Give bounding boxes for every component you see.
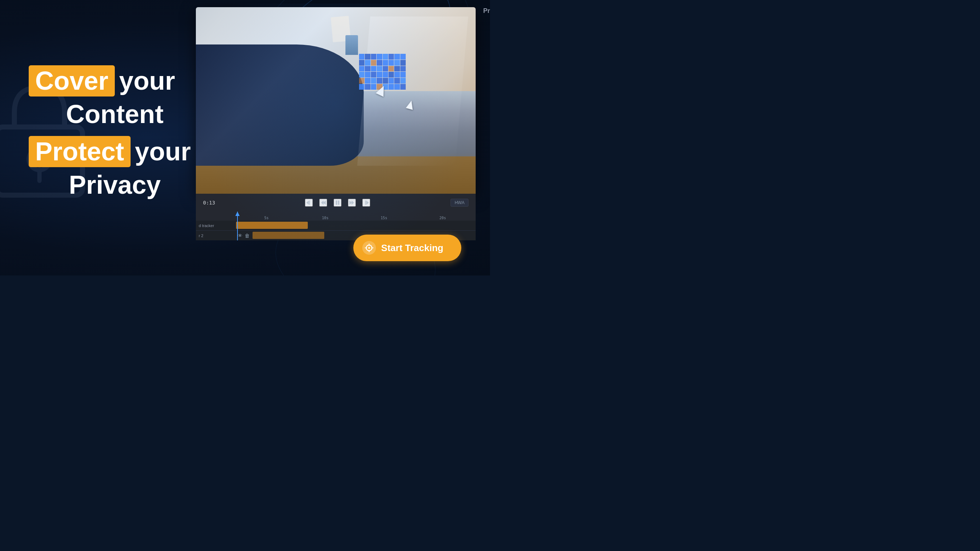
pixel-cell (383, 66, 388, 72)
pixel-cell (388, 84, 394, 90)
pixel-cell (388, 54, 394, 59)
ruler-marks: 5s 10s 15s 20s (237, 212, 472, 221)
time-display: 0:13 (203, 200, 224, 205)
plain-your-2: your (135, 137, 191, 166)
pixel-cell (400, 72, 406, 78)
screen-glare (357, 16, 468, 166)
pixel-cell (383, 72, 388, 78)
pixelated-censor (359, 54, 406, 90)
pixel-cell (365, 60, 370, 66)
pixel-cell (394, 78, 399, 84)
svg-marker-6 (323, 201, 326, 205)
pixel-cell (394, 84, 399, 90)
pixel-cell (388, 78, 394, 84)
svg-marker-9 (349, 201, 352, 205)
pixel-cell (394, 54, 399, 59)
pause-button[interactable] (334, 199, 342, 207)
highlight-protect: Protect (29, 136, 130, 167)
pixel-cell (371, 84, 376, 90)
pixel-cell (371, 60, 376, 66)
headline-block: Cover your Content Protect your Privacy (29, 65, 201, 199)
pixel-cell (377, 54, 382, 59)
highlight-cover: Cover (29, 65, 115, 97)
pixel-cell (359, 72, 364, 78)
pixel-cell (359, 54, 364, 59)
trash-icon[interactable]: 🗑 (245, 233, 250, 239)
track-label-2: r 2 (196, 234, 235, 238)
crosshair-icon (364, 243, 374, 253)
forward-button[interactable] (348, 199, 356, 207)
svg-marker-5 (321, 201, 323, 205)
editor-controls-bar: 0:13 HWA (196, 194, 476, 212)
headline-line-3: Protect your (29, 136, 201, 167)
pixel-cell (377, 78, 382, 84)
pixel-cell (371, 54, 376, 59)
left-panel: Cover your Content Protect your Privacy (0, 0, 223, 276)
track-row-1[interactable]: d tracker (196, 221, 476, 231)
pixel-cell (371, 66, 376, 72)
pixel-cell (359, 60, 364, 66)
tracking-icon (362, 241, 376, 255)
pixel-grid (359, 54, 406, 90)
ruler-label-20s: 20s (439, 216, 446, 220)
pixel-cell (400, 84, 406, 90)
pencil-cup-prop (345, 35, 358, 55)
pixel-cell (400, 54, 406, 59)
svg-rect-12 (365, 201, 366, 205)
ruler-tick-20s: 20s (413, 216, 472, 221)
svg-rect-8 (338, 201, 339, 205)
svg-marker-3 (306, 201, 309, 205)
plain-your-1: your (119, 67, 175, 95)
pixel-cell (394, 72, 399, 78)
pixel-cell (400, 66, 406, 72)
svg-rect-7 (336, 201, 337, 205)
ruler-tick-10s: 10s (296, 216, 355, 221)
ruler-label-10s: 10s (322, 216, 329, 220)
start-tracking-button[interactable]: Start Tracking (353, 235, 461, 261)
track-label-1: d tracker (196, 223, 235, 228)
pixel-cell (371, 78, 376, 84)
plain-content: Content (66, 99, 164, 129)
pixel-cell (388, 60, 394, 66)
rewind-button[interactable] (319, 199, 327, 207)
ruler-tick-15s: 15s (355, 216, 414, 221)
playhead[interactable] (237, 212, 238, 240)
pixel-cell (394, 66, 399, 72)
pixel-cell (359, 66, 364, 72)
start-tracking-label: Start Tracking (381, 242, 443, 253)
ruler-tick-5s: 5s (237, 216, 296, 221)
pixel-cell (400, 78, 406, 84)
hwa-badge: HWA (450, 199, 468, 207)
pixel-cell (377, 60, 382, 66)
pixel-cell (365, 78, 370, 84)
person-arm (196, 45, 364, 166)
pixel-cell (365, 54, 370, 59)
right-panel: Pr (196, 0, 490, 276)
pixel-cell (388, 66, 394, 72)
pr-label: Pr (483, 7, 490, 15)
pixel-cell (377, 66, 382, 72)
eye-icon[interactable]: 👁 (237, 233, 242, 239)
pixel-cell (371, 72, 376, 78)
pixel-cell (377, 72, 382, 78)
svg-point-14 (368, 247, 370, 249)
pixel-cell (383, 54, 388, 59)
pixel-cell (388, 72, 394, 78)
ruler-label-5s: 5s (264, 216, 269, 220)
pixel-cell (394, 60, 399, 66)
pixel-cell (359, 78, 364, 84)
plain-privacy: Privacy (69, 170, 161, 199)
ruler-label-15s: 15s (380, 216, 387, 220)
svg-marker-10 (352, 201, 354, 205)
track-content-1[interactable] (235, 221, 476, 230)
pixel-cell (400, 60, 406, 66)
transport-controls (305, 199, 370, 207)
track-clip-1[interactable] (236, 222, 308, 229)
skip-forward-button[interactable] (362, 199, 370, 207)
pixel-cell (383, 60, 388, 66)
svg-marker-11 (366, 201, 369, 205)
pixel-cell (365, 66, 370, 72)
track-clip-2[interactable] (253, 232, 324, 239)
pixel-cell (359, 84, 364, 90)
skip-back-button[interactable] (305, 199, 313, 207)
